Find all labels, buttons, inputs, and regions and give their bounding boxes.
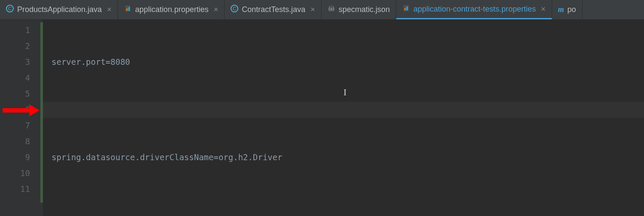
line-number-gutter: 1 2 3 4 5 6 7 8 9 10 11 <box>0 20 43 216</box>
close-icon[interactable]: × <box>310 5 315 14</box>
svg-text:C: C <box>8 6 12 11</box>
code-editor[interactable]: 1 2 3 4 5 6 7 8 9 10 11 server.port=8080… <box>0 20 644 216</box>
tab-label: ProductsApplication.java <box>17 5 102 14</box>
properties-file-icon <box>402 4 410 14</box>
text-cursor-icon: I <box>343 87 344 99</box>
line-number: 4 <box>0 70 30 86</box>
svg-text:{o}: {o} <box>328 7 335 11</box>
tab-contract-tests[interactable]: C ContractTests.java × <box>225 0 322 19</box>
line-number: 1 <box>0 22 30 38</box>
java-class-icon: C <box>231 5 238 15</box>
tab-specmatic-json[interactable]: {o} specmatic.json <box>322 0 396 19</box>
line-number: 7 <box>0 118 30 134</box>
line-number: 9 <box>0 149 30 165</box>
line-number: 3 <box>0 54 30 70</box>
json-file-icon: {o} <box>328 5 335 15</box>
close-icon[interactable]: × <box>214 5 219 14</box>
code-area[interactable]: server.port=8080 spring.datasource.drive… <box>43 20 541 216</box>
tab-products-application[interactable]: C ProductsApplication.java × <box>0 0 118 19</box>
line-number: 10 <box>0 165 30 181</box>
svg-rect-13 <box>407 6 408 10</box>
java-class-icon: C <box>6 5 14 15</box>
tab-label: ContractTests.java <box>242 5 305 14</box>
tab-application-contract-tests-properties[interactable]: application-contract-tests.properties × <box>396 0 552 19</box>
tab-label: po <box>568 5 576 14</box>
line-number: 5 <box>0 86 30 102</box>
m-file-icon: m <box>558 5 564 14</box>
editor-tabbar: C ProductsApplication.java × application… <box>0 0 644 20</box>
svg-rect-11 <box>404 8 405 10</box>
close-icon[interactable]: × <box>107 5 112 14</box>
code-line: server.port=8080 <box>52 54 541 70</box>
close-icon[interactable]: × <box>541 5 546 14</box>
svg-rect-12 <box>406 7 407 10</box>
line-number: 11 <box>0 181 30 197</box>
line-number: 8 <box>0 134 30 149</box>
code-line <box>52 197 541 213</box>
svg-text:C: C <box>233 6 236 11</box>
tab-label: application-contract-tests.properties <box>413 5 536 14</box>
svg-rect-4 <box>128 8 128 11</box>
tab-overflow[interactable]: m po <box>552 0 583 19</box>
svg-rect-5 <box>129 7 130 11</box>
code-line: spring.datasource.driverClassName=org.h2… <box>52 149 541 165</box>
line-number: 2 <box>0 38 30 54</box>
svg-rect-3 <box>126 9 127 11</box>
code-line <box>52 102 541 118</box>
tab-label: specmatic.json <box>339 5 390 14</box>
arrow-annotation <box>3 104 39 116</box>
tab-label: application.properties <box>135 5 209 14</box>
tab-application-properties[interactable]: application.properties × <box>118 0 225 19</box>
properties-file-icon <box>124 5 132 15</box>
